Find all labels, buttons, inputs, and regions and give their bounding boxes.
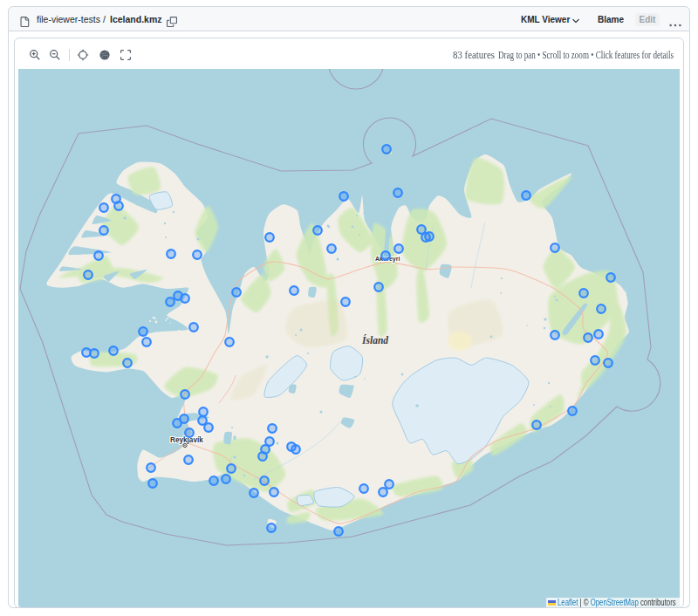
- svg-text:Ísland: Ísland: [361, 334, 388, 346]
